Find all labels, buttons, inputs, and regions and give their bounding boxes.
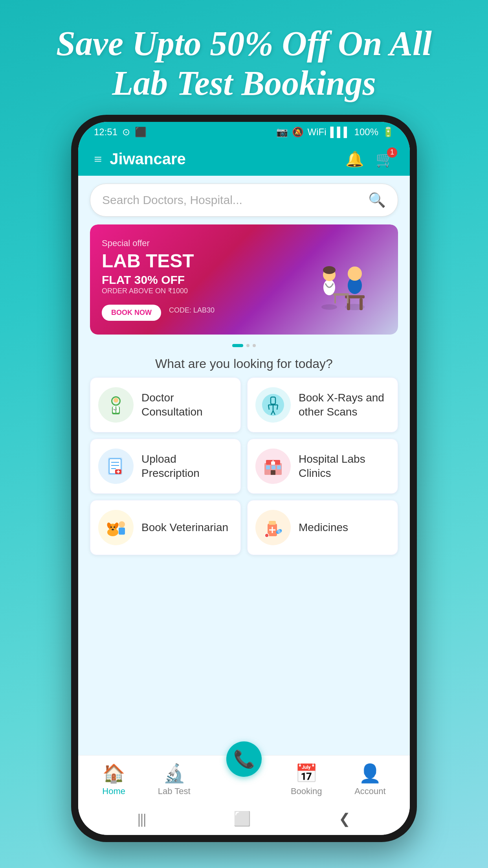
- call-fab-icon: 📞: [233, 749, 255, 769]
- hero-banner-text: Save Upto 50% Off On All Lab Test Bookin…: [0, 0, 488, 115]
- nav-account[interactable]: 👤 Account: [354, 763, 386, 796]
- home-nav-icon: 🏠: [103, 763, 125, 784]
- signal-icon: ▌▌▌: [330, 127, 350, 138]
- nav-home[interactable]: 🏠 Home: [102, 763, 125, 796]
- main-content: Search Doctors, Hospital... 🔍 Special of…: [78, 176, 410, 755]
- phone-screen: 12:51 ⊙ ⬛ 📷 🔕 WiFi ▌▌▌ 100% 🔋 ≡ Jiwancar…: [78, 122, 410, 835]
- wifi-icon: WiFi: [308, 127, 327, 138]
- svg-rect-43: [271, 470, 275, 475]
- medicine-icon: [255, 510, 291, 545]
- status-clock-icon: ⊙: [122, 127, 130, 138]
- banner-book-button[interactable]: BOOK NOW: [102, 305, 161, 321]
- service-card-prescription[interactable]: Upload Prescription: [90, 439, 241, 494]
- status-bar: 12:51 ⊙ ⬛ 📷 🔕 WiFi ▌▌▌ 100% 🔋: [78, 122, 410, 142]
- android-navigation-bar: ||| ⬜ ❮: [78, 803, 410, 835]
- xray-icon: [255, 387, 291, 423]
- svg-point-9: [323, 266, 336, 274]
- booking-nav-label: Booking: [291, 786, 322, 796]
- status-screen-icon: ⬛: [135, 127, 147, 138]
- android-recents-btn[interactable]: |||: [138, 811, 146, 827]
- home-nav-label: Home: [102, 786, 125, 796]
- svg-rect-52: [119, 528, 125, 535]
- phone-device: 12:51 ⊙ ⬛ 📷 🔕 WiFi ▌▌▌ 100% 🔋 ≡ Jiwancar…: [71, 115, 417, 842]
- promo-banner[interactable]: Special offer LAB TEST FLAT 30% OFF ORDE…: [90, 224, 398, 335]
- svg-rect-54: [269, 521, 276, 525]
- banner-illustration: [292, 236, 386, 323]
- prescription-icon: [98, 449, 134, 484]
- service-label-vet: Book Veterinarian: [141, 520, 228, 535]
- android-back-btn[interactable]: ❮: [339, 811, 350, 827]
- svg-point-16: [114, 398, 118, 403]
- svg-point-48: [110, 526, 112, 528]
- battery-icon: 🔋: [382, 127, 394, 138]
- notification-icon[interactable]: 🔔: [345, 151, 364, 168]
- battery-status: 100%: [354, 127, 378, 138]
- banner-image: [300, 240, 378, 319]
- search-placeholder[interactable]: Search Doctors, Hospital...: [102, 193, 362, 207]
- bottom-navigation: 📞 🏠 Home 🔬 Lab Test 📅 Booking 👤 Account: [78, 755, 410, 803]
- service-label-medicines: Medicines: [299, 520, 348, 535]
- svg-rect-42: [277, 465, 281, 469]
- app-bar-actions: 🔔 🛒 1: [345, 151, 394, 168]
- banner-text: Special offer LAB TEST FLAT 30% OFF ORDE…: [102, 238, 292, 321]
- service-card-xray[interactable]: Book X-Rays and other Scans: [247, 377, 398, 432]
- banner-main-title: LAB TEST: [102, 250, 292, 272]
- svg-rect-3: [360, 298, 363, 310]
- svg-rect-41: [272, 465, 275, 469]
- status-left: 12:51 ⊙ ⬛: [94, 127, 147, 138]
- status-right: 📷 🔕 WiFi ▌▌▌ 100% 🔋: [276, 127, 394, 138]
- banner-order-note: ORDER ABOVE ON ₹1000: [102, 287, 292, 295]
- account-nav-label: Account: [354, 786, 386, 796]
- app-title: Jiwancare: [110, 150, 185, 168]
- menu-icon[interactable]: ≡: [94, 151, 102, 167]
- service-card-medicines[interactable]: Medicines: [247, 500, 398, 555]
- account-nav-icon: 👤: [359, 763, 381, 784]
- hospital-icon: [255, 449, 291, 484]
- dot-1: [246, 344, 250, 347]
- mute-icon: 🔕: [292, 127, 304, 138]
- nav-booking[interactable]: 📅 Booking: [291, 763, 322, 796]
- call-fab[interactable]: 📞: [226, 741, 262, 777]
- service-label-hospital: Hospital Labs Clinics: [299, 452, 390, 481]
- cart-wrapper[interactable]: 🛒 1: [376, 151, 394, 168]
- search-icon[interactable]: 🔍: [368, 192, 386, 208]
- vet-icon: [98, 510, 134, 545]
- service-label-doctor: Doctor Consultation: [141, 391, 233, 419]
- status-time: 12:51: [94, 127, 117, 138]
- svg-rect-10: [333, 293, 349, 296]
- banner-special-label: Special offer: [102, 238, 292, 248]
- labtest-nav-label: Lab Test: [158, 786, 191, 796]
- banner-code: CODE: LAB30: [169, 306, 215, 314]
- service-label-xray: Book X-Rays and other Scans: [299, 391, 390, 419]
- search-bar[interactable]: Search Doctors, Hospital... 🔍: [90, 184, 398, 217]
- banner-discount: FLAT 30% OFF: [102, 273, 292, 287]
- svg-point-51: [119, 521, 125, 528]
- booking-nav-icon: 📅: [295, 763, 317, 784]
- dot-active: [232, 344, 243, 347]
- svg-point-49: [114, 526, 115, 528]
- service-card-doctor[interactable]: Doctor Consultation: [90, 377, 241, 432]
- dot-2: [253, 344, 256, 347]
- camera-icon: 📷: [276, 127, 288, 138]
- cart-badge: 1: [387, 147, 397, 158]
- svg-rect-11: [334, 296, 336, 303]
- banner-content: Special offer LAB TEST FLAT 30% OFF ORDE…: [90, 224, 398, 335]
- android-home-btn[interactable]: ⬜: [233, 811, 251, 827]
- service-label-prescription: Upload Prescription: [141, 452, 233, 481]
- doctor-icon: [98, 387, 134, 423]
- services-grid: Doctor Consultation: [78, 377, 410, 563]
- service-card-vet[interactable]: Book Veterinarian: [90, 500, 241, 555]
- svg-point-6: [321, 304, 337, 310]
- app-bar: ≡ Jiwancare 🔔 🛒 1: [78, 142, 410, 176]
- labtest-nav-icon: 🔬: [163, 763, 185, 784]
- nav-labtest[interactable]: 🔬 Lab Test: [158, 763, 191, 796]
- svg-rect-40: [266, 465, 270, 469]
- section-title: What are you looking for today?: [78, 353, 410, 377]
- svg-point-5: [348, 267, 362, 281]
- svg-point-50: [112, 529, 114, 530]
- svg-rect-12: [347, 296, 349, 303]
- banner-dots: [78, 338, 410, 353]
- service-card-hospital[interactable]: Hospital Labs Clinics: [247, 439, 398, 494]
